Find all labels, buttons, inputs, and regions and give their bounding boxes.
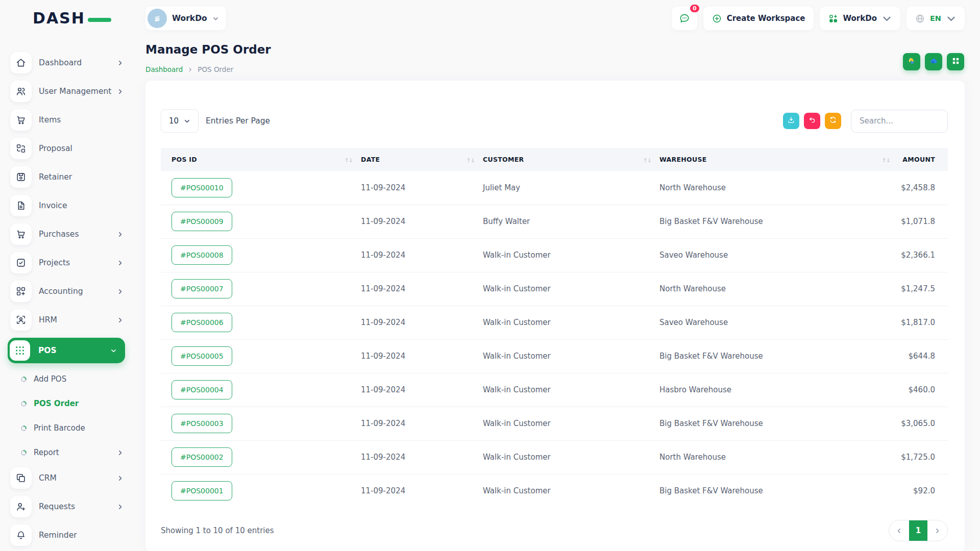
pos-id-badge[interactable]: #POS00003 [172,414,232,433]
cell-warehouse: North Warehouse [659,171,898,205]
topbar-right: 0 Create Workspace WorkDo EN [672,7,965,30]
sidebar-subitem-add-pos[interactable]: Add POS [0,369,124,389]
sidebar-item-items[interactable]: Items [10,109,124,131]
sidebar-nav: Dashboard User Management Items Proposal… [0,52,133,546]
sidebar-item-label: Items [39,115,61,124]
onedrive-button[interactable] [925,53,942,70]
cart-icon [10,223,32,245]
sort-icon[interactable]: ↑↓ [345,157,353,164]
create-workspace-button[interactable]: Create Workspace [703,7,814,30]
sidebar-item-proposal[interactable]: Proposal [10,138,124,159]
grid-view-button[interactable] [947,53,964,70]
sidebar-subitem-print-barcode[interactable]: Print Barcode [0,418,124,438]
pos-id-badge[interactable]: #POS00009 [172,212,232,231]
search-input[interactable] [851,110,948,133]
pos-id-badge[interactable]: #POS00008 [172,245,232,265]
google-drive-button[interactable] [903,53,920,70]
dots-grid-icon [10,340,30,361]
sort-icon[interactable]: ↑↓ [467,157,475,164]
language-selector[interactable]: EN [906,7,965,30]
pagination-page-1[interactable]: 1 [909,520,927,541]
column-header-date[interactable]: ↑↓DATE [361,148,483,171]
sidebar-item-invoice[interactable]: Invoice [10,195,124,216]
export-button[interactable] [783,113,799,129]
pos-id-badge[interactable]: #POS00005 [172,346,232,366]
cell-customer: Walk-in Customer [483,339,659,373]
onedrive-icon [929,56,939,68]
pos-id-badge[interactable]: #POS00006 [172,313,232,332]
cell-customer: Walk-in Customer [483,440,659,474]
pagination-next-button[interactable] [927,520,947,541]
workdo-menu-button[interactable]: WorkDo [820,7,900,30]
column-header-customer[interactable]: ↑↓CUSTOMER [483,148,659,171]
pos-id-badge[interactable]: #POS00002 [172,447,232,467]
workspace-switcher[interactable]: WorkDo [145,7,226,30]
chat-bubble-icon [678,12,691,24]
circle-bullet-icon [20,449,27,456]
sidebar-item-crm[interactable]: CRM [10,467,124,489]
notifications-button[interactable]: 0 [672,7,697,30]
sidebar-item-projects[interactable]: Projects [10,252,124,273]
chevron-right-icon [117,475,124,482]
bell-icon [10,524,32,546]
breadcrumb-dashboard-link[interactable]: Dashboard [145,65,183,73]
sidebar-subitem-label: Add POS [34,374,66,384]
pos-id-badge[interactable]: #POS00001 [172,481,232,500]
table-body: #POS00010 11-09-2024 Juliet May North Wa… [161,171,948,508]
pos-order-card: 10 Entries Per Page ↑↓POS ID↑↓DATE↑↓CUST… [145,81,965,551]
cell-amount: $3,065.0 [898,407,948,440]
table-row: #POS00008 11-09-2024 Walk-in Customer Sa… [161,238,948,272]
sidebar-item-label: POS [38,346,57,355]
chevron-down-icon [881,13,892,24]
table-row: #POS00002 11-09-2024 Walk-in Customer No… [161,440,948,474]
breadcrumb-current: POS Order [198,65,233,73]
pagination: 1 [889,520,948,541]
column-header-amount[interactable]: AMOUNT [898,148,948,171]
sidebar-item-purchases[interactable]: Purchases [10,223,124,245]
sidebar-item-pos[interactable]: POS [8,338,125,363]
sort-icon[interactable]: ↑↓ [643,157,651,164]
sidebar-item-label: User Management [39,87,111,96]
pos-id-badge[interactable]: #POS00004 [172,380,232,399]
sidebar-subitem-pos-order[interactable]: POS Order [0,394,124,413]
sidebar-item-hrm[interactable]: HRM [10,309,124,331]
sidebar-item-label: Proposal [39,144,72,153]
cell-amount: $2,366.1 [898,238,948,272]
chevron-right-icon [117,317,124,323]
refresh-icon [829,116,837,126]
sidebar-item-reminder[interactable]: Reminder [10,524,124,546]
pos-order-table: ↑↓POS ID↑↓DATE↑↓CUSTOMER↑↓WAREHOUSEAMOUN… [161,148,948,508]
column-header-label: POS ID [172,156,197,163]
user-scan-icon [10,309,32,331]
chevron-down-icon [946,13,957,24]
undo-button[interactable] [804,113,820,129]
chevron-down-icon [212,15,219,22]
cell-warehouse: Hasbro Warehouse [659,373,898,407]
topbar: DASH WorkDo 0 Create Workspace WorkDo [0,0,980,37]
sidebar-item-retainer[interactable]: Retainer [10,166,124,188]
sidebar-subitem-label: Report [34,448,59,457]
page-title: Manage POS Order [145,43,271,56]
sidebar-item-user-management[interactable]: User Management [10,81,124,102]
refresh-button[interactable] [825,113,841,129]
sort-icon[interactable]: ↑↓ [882,157,890,164]
sidebar-item-label: CRM [39,473,57,483]
cell-customer: Walk-in Customer [483,238,659,272]
sidebar-item-label: Purchases [39,230,79,239]
chevron-down-icon [110,347,117,354]
sidebar-subitem-report[interactable]: Report [0,443,124,462]
cell-date: 11-09-2024 [361,272,483,306]
entries-per-page-select[interactable]: 10 [161,109,199,133]
sidebar-item-requests[interactable]: Requests [10,496,124,517]
pos-id-badge[interactable]: #POS00010 [172,178,232,197]
column-header-pos-id[interactable]: ↑↓POS ID [161,148,361,171]
create-workspace-label: Create Workspace [727,14,805,23]
column-header-warehouse[interactable]: ↑↓WAREHOUSE [659,148,898,171]
cart-icon [10,109,32,131]
circle-bullet-icon [20,376,27,383]
plus-circle-icon [712,13,722,24]
pos-id-badge[interactable]: #POS00007 [172,279,232,298]
sidebar-item-dashboard[interactable]: Dashboard [10,52,124,73]
pagination-prev-button[interactable] [889,520,909,541]
sidebar-item-accounting[interactable]: Accounting [10,281,124,302]
